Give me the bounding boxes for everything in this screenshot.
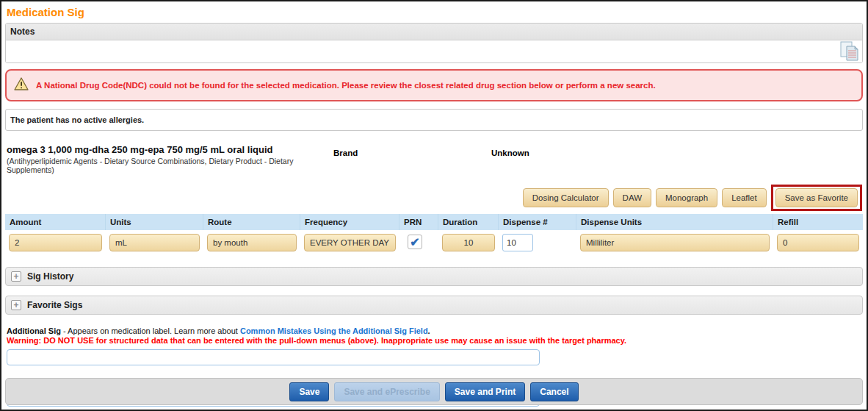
favorite-sigs-section[interactable]: + Favorite Sigs: [5, 296, 863, 315]
additional-sig-block: Additional Sig - Appears on medication l…: [7, 326, 861, 365]
col-frequency: Frequency: [300, 214, 399, 230]
additional-sig-label: Additional Sig: [7, 326, 61, 335]
warning-triangle-icon: [14, 77, 29, 93]
notes-header: Notes: [6, 24, 862, 40]
prn-checkbox[interactable]: ✔: [408, 235, 422, 249]
expand-plus-icon[interactable]: +: [11, 300, 21, 310]
leaflet-button[interactable]: Leaflet: [722, 188, 767, 207]
additional-sig-input[interactable]: [7, 349, 540, 365]
duration-field[interactable]: 10: [442, 234, 495, 251]
save-and-eprescribe-button[interactable]: Save and ePrescribe: [334, 382, 439, 401]
ndc-warning-text: A National Drug Code(NDC) could not be f…: [36, 81, 656, 90]
medication-brand-label: Brand: [333, 144, 491, 157]
expand-plus-icon[interactable]: +: [11, 271, 21, 282]
annotation-highlight: Save as Favorite: [771, 185, 862, 211]
allergy-status-text: The patient has no active allergies.: [10, 115, 144, 124]
notes-copy-icon[interactable]: [840, 41, 859, 62]
col-refill: Refill: [773, 214, 863, 230]
notes-panel: Notes: [5, 23, 863, 63]
medication-summary: omega 3 1,000 mg-dha 250 mg-epa 750 mg/5…: [7, 144, 861, 174]
dosing-calculator-button[interactable]: Dosing Calculator: [523, 188, 609, 207]
page-title: Medication Sig: [5, 4, 863, 23]
sig-table: Amount Units Route Frequency PRN Duratio…: [5, 214, 863, 257]
dispense-number-input[interactable]: [502, 234, 533, 251]
sig-history-section[interactable]: + Sig History: [5, 267, 863, 286]
dispense-units-field[interactable]: Milliliter: [580, 234, 770, 251]
col-dispense-number: Dispense #: [499, 214, 576, 230]
refill-field[interactable]: 0: [777, 234, 859, 251]
sig-table-row: 2 mL by mouth EVERY OTHER DAY ✔ 10 Milli…: [5, 230, 863, 257]
col-amount: Amount: [5, 214, 106, 230]
allergy-status-box: The patient has no active allergies.: [5, 109, 863, 131]
medication-sig-page: Medication Sig Notes: [1, 1, 867, 407]
amount-field[interactable]: 2: [9, 234, 102, 251]
sig-history-label: Sig History: [27, 271, 73, 282]
units-field[interactable]: mL: [109, 234, 200, 251]
common-mistakes-link[interactable]: Common Mistakes Using the Additional Sig…: [240, 326, 428, 335]
additional-sig-warning: Warning: DO NOT USE for structured data …: [7, 336, 861, 345]
footer-action-bar: Save Save and ePrescribe Save and Print …: [5, 378, 863, 405]
sig-table-header: Amount Units Route Frequency PRN Duratio…: [5, 214, 863, 230]
col-route: Route: [203, 214, 300, 230]
monograph-button[interactable]: Monograph: [656, 188, 717, 207]
favorite-sigs-label: Favorite Sigs: [27, 300, 82, 310]
medication-name: omega 3 1,000 mg-dha 250 mg-epa 750 mg/5…: [7, 144, 333, 155]
notes-textarea[interactable]: [6, 40, 862, 62]
medication-status-label: Unknown: [491, 144, 529, 157]
daw-button[interactable]: DAW: [613, 188, 651, 207]
col-duration: Duration: [438, 214, 499, 230]
frequency-field[interactable]: EVERY OTHER DAY: [304, 234, 396, 251]
save-button[interactable]: Save: [289, 382, 329, 401]
save-as-favorite-button[interactable]: Save as Favorite: [775, 188, 858, 207]
additional-sig-label-line: Additional Sig - Appears on medication l…: [7, 326, 861, 335]
ndc-warning-banner: A National Drug Code(NDC) could not be f…: [5, 69, 863, 101]
save-and-print-button[interactable]: Save and Print: [445, 382, 525, 401]
col-units: Units: [106, 214, 203, 230]
col-prn: PRN: [399, 214, 438, 230]
cancel-button[interactable]: Cancel: [530, 382, 578, 401]
route-field[interactable]: by mouth: [207, 234, 297, 251]
col-dispense-units: Dispense Units: [576, 214, 773, 230]
medication-classification: (Antihyperlipidemic Agents - Dietary Sou…: [7, 157, 333, 174]
medication-actions-row: Dosing Calculator DAW Monograph Leaflet …: [5, 185, 863, 211]
